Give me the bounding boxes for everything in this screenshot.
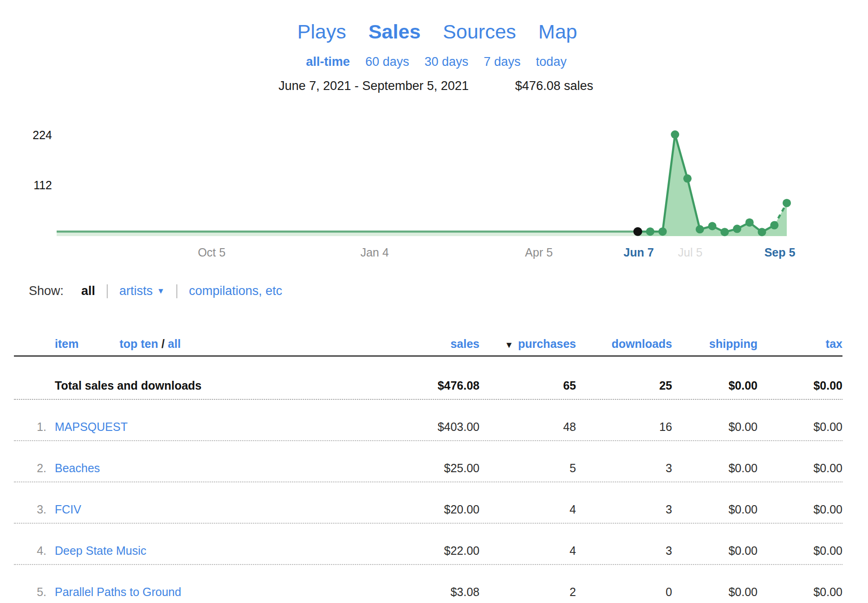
chart-point-dot[interactable] xyxy=(683,174,692,183)
chart-point-dot[interactable] xyxy=(659,227,667,236)
sales-table: itemtop ten / all sales ▼purchases downl… xyxy=(14,325,856,603)
x-label-jun7-range-start: Jun 7 xyxy=(623,246,654,259)
row-sales: $22.00 xyxy=(384,544,479,558)
row-tax: $0.00 xyxy=(758,585,842,599)
item-link[interactable]: Deep State Music xyxy=(55,544,146,557)
show-option-all[interactable]: all xyxy=(81,284,95,298)
header-all[interactable]: all xyxy=(168,337,181,350)
tab-plays[interactable]: Plays xyxy=(298,20,346,43)
header-shipping[interactable]: shipping xyxy=(672,337,758,351)
show-label: Show: xyxy=(29,284,64,298)
show-option-artists[interactable]: artists xyxy=(119,284,153,298)
row-purchases: 4 xyxy=(479,503,576,516)
row-purchases: 2 xyxy=(479,585,576,599)
total-label: Total sales and downloads xyxy=(46,379,384,392)
row-downloads: 3 xyxy=(576,503,672,516)
header-purchases[interactable]: purchases xyxy=(518,337,576,350)
table-body: 1. MAPSQUEST $403.00 48 16 $0.00 $0.00 2… xyxy=(14,400,842,603)
row-rank: 3. xyxy=(14,503,46,516)
filter-7-days[interactable]: 7 days xyxy=(484,55,521,69)
sort-descending-icon[interactable]: ▼ xyxy=(505,340,513,350)
row-rank: 5. xyxy=(14,585,46,599)
chart-point-dot[interactable] xyxy=(745,218,754,227)
chart-fill-selected xyxy=(638,135,787,236)
x-label-jul5: Jul 5 xyxy=(678,246,703,259)
chart-point-dot[interactable] xyxy=(733,225,741,233)
chart-point-dot[interactable] xyxy=(646,227,654,236)
header-tax[interactable]: tax xyxy=(758,337,842,351)
header-purchases-cell: ▼purchases xyxy=(479,337,576,351)
x-label-oct5: Oct 5 xyxy=(198,246,226,259)
table-row: 5. Parallel Paths to Ground $3.08 2 0 $0… xyxy=(14,565,842,603)
total-purchases: 65 xyxy=(479,379,576,392)
row-purchases: 5 xyxy=(479,462,576,475)
table-row: 3. FCIV $20.00 4 3 $0.00 $0.00 xyxy=(14,482,842,524)
total-tax: $0.00 xyxy=(758,379,842,392)
time-filters: all-time 60 days 30 days 7 days today xyxy=(5,55,868,69)
row-sales: $20.00 xyxy=(384,503,479,516)
row-shipping: $0.00 xyxy=(672,420,758,434)
stats-nav: Plays Sales Sources Map xyxy=(6,20,868,43)
item-link[interactable]: MAPSQUEST xyxy=(55,420,128,433)
chart-point-dot[interactable] xyxy=(696,225,704,233)
row-downloads: 16 xyxy=(576,420,672,434)
show-filter-row: Show: all artists ▼ compilations, etc xyxy=(29,284,282,298)
total-row: Total sales and downloads $476.08 65 25 … xyxy=(14,357,842,400)
chart-point-dot[interactable] xyxy=(720,228,729,236)
x-label-jan4: Jan 4 xyxy=(360,246,389,259)
filter-60-days[interactable]: 60 days xyxy=(365,55,409,69)
row-sales: $3.08 xyxy=(384,585,479,599)
row-purchases: 4 xyxy=(479,544,576,558)
row-sales: $403.00 xyxy=(384,420,479,434)
filter-30-days[interactable]: 30 days xyxy=(424,55,468,69)
header-item[interactable]: item xyxy=(55,337,78,350)
x-label-apr5: Apr 5 xyxy=(525,246,553,259)
sales-total-label: $476.08 sales xyxy=(515,79,593,93)
tab-map[interactable]: Map xyxy=(538,20,577,43)
chart-point-dot[interactable] xyxy=(758,228,766,236)
header-downloads[interactable]: downloads xyxy=(576,337,672,351)
sales-area-chart[interactable] xyxy=(0,107,810,246)
table-header-row: itemtop ten / all sales ▼purchases downl… xyxy=(14,325,842,357)
date-range-label: June 7, 2021 - September 5, 2021 xyxy=(279,79,469,93)
divider xyxy=(176,284,177,298)
header-top-ten[interactable]: top ten xyxy=(119,337,158,350)
row-shipping: $0.00 xyxy=(672,503,758,516)
table-row: 4. Deep State Music $22.00 4 3 $0.00 $0.… xyxy=(14,524,842,565)
row-shipping: $0.00 xyxy=(672,462,758,475)
chart-point-dot[interactable] xyxy=(783,199,791,207)
chart-point-dot[interactable] xyxy=(671,130,679,139)
row-downloads: 3 xyxy=(576,462,672,475)
row-sales: $25.00 xyxy=(384,462,479,475)
header-sales[interactable]: sales xyxy=(384,337,479,351)
row-tax: $0.00 xyxy=(758,544,842,558)
chart-line-selected xyxy=(638,135,774,232)
total-shipping: $0.00 xyxy=(672,379,758,392)
header-item-group: itemtop ten / all xyxy=(46,337,384,351)
x-axis-labels: Oct 5 Jan 4 Apr 5 Jun 7 Jul 5 Sep 5 xyxy=(0,246,868,262)
item-link[interactable]: Parallel Paths to Ground xyxy=(55,585,181,598)
row-shipping: $0.00 xyxy=(672,585,758,599)
total-downloads: 25 xyxy=(576,379,672,392)
row-downloads: 0 xyxy=(576,585,672,599)
row-shipping: $0.00 xyxy=(672,544,758,558)
item-link[interactable]: FCIV xyxy=(55,503,81,516)
show-option-compilations[interactable]: compilations, etc xyxy=(189,284,282,298)
filter-today[interactable]: today xyxy=(536,55,567,69)
chart-point-dot[interactable] xyxy=(708,222,717,230)
tab-sales[interactable]: Sales xyxy=(369,20,421,43)
row-purchases: 48 xyxy=(479,420,576,434)
row-tax: $0.00 xyxy=(758,420,842,434)
row-downloads: 3 xyxy=(576,544,672,558)
tab-sources[interactable]: Sources xyxy=(443,20,516,43)
chart-point-dot[interactable] xyxy=(770,221,778,230)
item-link[interactable]: Beaches xyxy=(55,462,100,475)
row-tax: $0.00 xyxy=(758,503,842,516)
range-start-marker-dot[interactable] xyxy=(634,227,642,236)
table-row: 1. MAPSQUEST $403.00 48 16 $0.00 $0.00 xyxy=(14,400,842,441)
sales-stats-page: { "colors": { "link_blue": "#4185e4", "a… xyxy=(0,0,868,603)
filter-all-time[interactable]: all-time xyxy=(306,55,350,69)
chevron-down-icon[interactable]: ▼ xyxy=(157,287,165,296)
header-slash: / xyxy=(162,337,165,350)
row-rank: 1. xyxy=(14,420,46,434)
